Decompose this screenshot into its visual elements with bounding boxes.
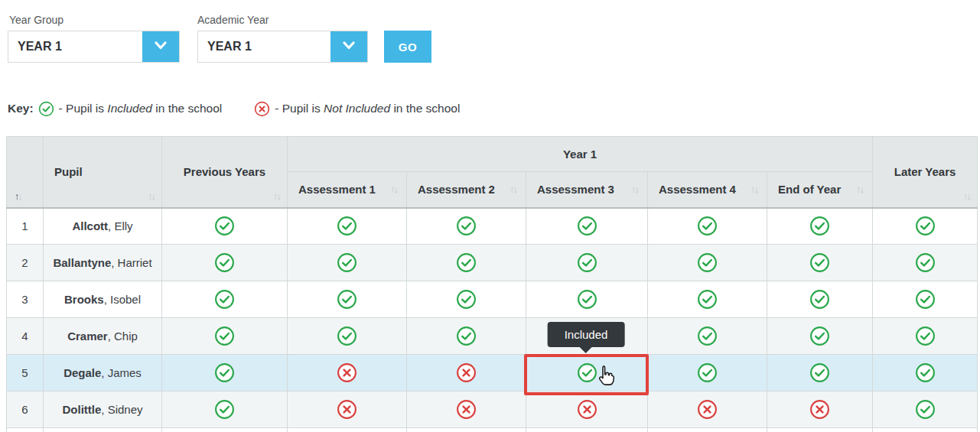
status-cell-previous_years[interactable]	[162, 355, 288, 391]
status-cell-later_years[interactable]	[873, 281, 978, 318]
status-cell-assessment_3[interactable]	[526, 281, 648, 318]
status-cell-assessment_3[interactable]	[526, 208, 648, 245]
key-not-included-entry: - Pupil is Not Included in the school	[254, 101, 460, 117]
row-number-cell: 5	[7, 355, 44, 391]
not-included-icon	[809, 399, 830, 420]
pupil-surname: Ballantyne	[53, 256, 111, 269]
year-group-dropdown-button[interactable]	[142, 31, 179, 62]
status-cell-assessment_4[interactable]	[648, 318, 767, 355]
status-cell-end_of_year[interactable]	[767, 208, 873, 245]
academic-year-select[interactable]: YEAR 1	[197, 31, 368, 63]
status-cell-assessment_3[interactable]	[526, 391, 648, 428]
status-cell-assessment_2[interactable]	[407, 281, 526, 318]
go-button[interactable]: GO	[384, 31, 431, 63]
status-cell-assessment_2[interactable]	[407, 318, 526, 355]
status-cell-assessment_2[interactable]	[407, 208, 526, 245]
included-icon	[214, 326, 235, 346]
included-icon	[337, 216, 357, 236]
not-included-icon	[337, 399, 357, 420]
year-group-select[interactable]: YEAR 1	[8, 31, 180, 63]
sub-column-header-end_of_year[interactable]: End of Year↑↓	[767, 172, 873, 208]
status-cell-previous_years[interactable]	[162, 391, 288, 428]
sort-icon[interactable]: ↑↓	[148, 191, 155, 201]
row-number-cell: 2	[7, 245, 44, 281]
pupil-forename: , Elly	[108, 219, 133, 232]
status-cell-later_years[interactable]	[873, 208, 978, 245]
status-cell-end_of_year[interactable]	[767, 318, 873, 355]
included-icon	[809, 216, 830, 236]
previous-years-column-header[interactable]: Previous Years ↑↓	[162, 137, 288, 208]
status-cell-assessment_1[interactable]	[288, 281, 407, 318]
status-cell-assessment_4[interactable]	[648, 245, 767, 281]
key-not-included-term: Not Included	[324, 102, 390, 115]
pupil-forename: , Isobel	[104, 293, 141, 306]
pupil-header-label: Pupil	[54, 165, 83, 178]
status-cell-assessment_4[interactable]	[648, 208, 767, 245]
included-icon	[809, 252, 830, 273]
status-cell-assessment_4[interactable]	[648, 355, 767, 391]
included-icon	[697, 362, 718, 383]
status-cell-end_of_year[interactable]	[767, 245, 873, 281]
year-group-label: Year Group	[9, 14, 63, 26]
pupil-inclusion-table: ↑↓ Pupil ↑↓ Previous Years ↑↓ Year 1 Lat	[6, 136, 977, 432]
included-icon	[337, 289, 357, 310]
status-cell-assessment_4[interactable]	[648, 391, 767, 428]
row-number-cell: 3	[7, 281, 44, 318]
sub-column-header-assessment_3[interactable]: Assessment 3↑↓	[526, 172, 648, 208]
included-icon	[915, 326, 936, 346]
status-cell-end_of_year[interactable]	[767, 281, 873, 318]
status-cell-assessment_1[interactable]	[288, 245, 407, 281]
sort-icon[interactable]: ↑↓	[390, 184, 397, 194]
sort-icon[interactable]: ↑↓	[273, 191, 280, 201]
table-row: 3Brooks, Isobel	[7, 281, 978, 318]
status-cell-assessment_3[interactable]	[526, 245, 648, 281]
status-cell-previous_years[interactable]	[162, 208, 288, 245]
status-cell-assessment_3-highlighted[interactable]	[526, 355, 648, 391]
pupil-name-cell: Cramer, Chip	[44, 318, 162, 355]
not-included-icon	[697, 399, 718, 420]
status-cell-assessment_1[interactable]	[288, 208, 407, 245]
pupil-surname: Degale	[63, 366, 101, 379]
pupil-column-header[interactable]: Pupil ↑↓	[44, 137, 162, 208]
status-cell-assessment_2[interactable]	[407, 355, 526, 391]
included-icon	[809, 362, 830, 383]
included-icon	[577, 252, 597, 273]
status-cell-previous_years[interactable]	[162, 281, 288, 318]
later-years-column-header[interactable]: Later Years ↑↓	[873, 137, 978, 208]
sort-icon[interactable]: ↑↓	[15, 191, 21, 201]
sort-icon[interactable]: ↑↓	[510, 184, 516, 194]
sub-header-label: End of Year	[778, 183, 841, 196]
status-cell-assessment_1[interactable]	[288, 318, 407, 355]
sub-column-header-assessment_1[interactable]: Assessment 1↑↓	[288, 172, 407, 208]
pupil-inclusion-page: Year Group YEAR 1 Academic Year YEAR 1 G…	[0, 0, 980, 432]
sub-column-header-assessment_2[interactable]: Assessment 2↑↓	[407, 172, 526, 208]
row-number-column-header[interactable]: ↑↓	[7, 137, 44, 208]
status-cell-previous_years[interactable]	[162, 245, 288, 281]
status-cell-previous_years[interactable]	[162, 318, 288, 355]
status-cell-later_years[interactable]	[873, 318, 978, 355]
key-included-entry: - Pupil is Included in the school	[38, 101, 223, 117]
status-cell-assessment_2[interactable]	[407, 391, 526, 428]
status-cell-assessment_4[interactable]	[648, 281, 767, 318]
row-number-cell: 6	[7, 391, 44, 428]
sort-icon[interactable]: ↑↓	[631, 184, 638, 194]
status-cell-assessment_2[interactable]	[407, 245, 526, 281]
status-cell-end_of_year[interactable]	[767, 355, 873, 391]
status-cell-assessment_1[interactable]	[288, 391, 407, 428]
sub-column-header-assessment_4[interactable]: Assessment 4↑↓	[648, 172, 767, 208]
status-cell-later_years[interactable]	[873, 355, 978, 391]
table-row: 4Cramer, Chip	[7, 318, 978, 355]
pupil-surname: Cramer	[67, 330, 108, 343]
status-cell-assessment_1[interactable]	[288, 355, 407, 391]
chevron-down-icon	[341, 37, 357, 56]
sort-icon[interactable]: ↑↓	[963, 191, 970, 201]
status-cell-later_years[interactable]	[873, 391, 978, 428]
pupil-forename: , Harriet	[111, 256, 151, 269]
sub-header-label: Assessment 1	[298, 183, 376, 196]
academic-year-dropdown-button[interactable]	[330, 31, 367, 62]
status-cell-end_of_year[interactable]	[767, 391, 873, 428]
status-cell-later_years[interactable]	[873, 245, 978, 281]
sort-icon[interactable]: ↑↓	[750, 184, 757, 194]
sort-icon[interactable]: ↑↓	[856, 184, 863, 194]
included-icon	[697, 252, 718, 273]
